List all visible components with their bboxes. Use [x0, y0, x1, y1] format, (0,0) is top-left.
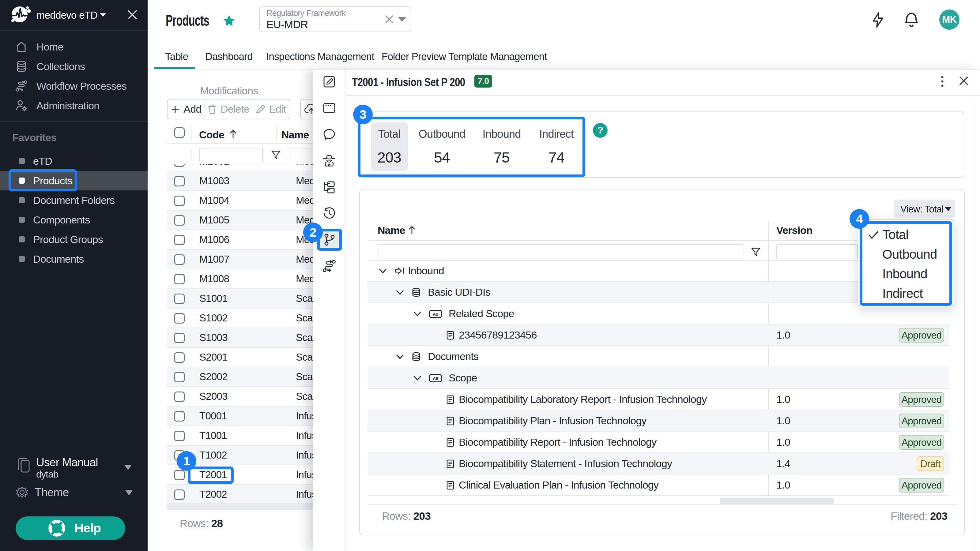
svg-text:AB: AB [433, 312, 439, 316]
svg-text:AB: AB [433, 376, 439, 381]
